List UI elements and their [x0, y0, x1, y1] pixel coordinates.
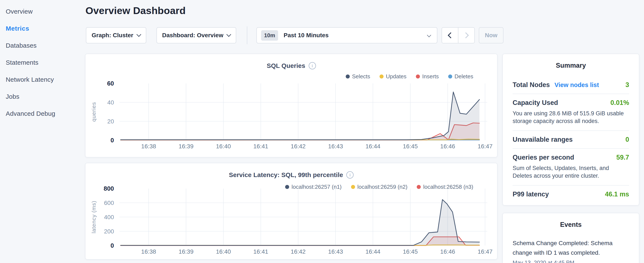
- event-timestamp: May 13, 2020 at 4:45 PM: [512, 259, 629, 263]
- svg-text:60: 60: [107, 80, 114, 87]
- dashboard-dropdown[interactable]: Dashboard: Overview: [156, 27, 236, 43]
- svg-text:200: 200: [104, 228, 114, 235]
- svg-text:latency (ms): latency (ms): [90, 201, 97, 233]
- svg-text:16:45: 16:45: [403, 143, 418, 150]
- svg-text:400: 400: [104, 214, 114, 220]
- dashboard-dropdown-label: Dashboard: Overview: [162, 32, 224, 39]
- sidebar-item-advanced-debug[interactable]: Advanced Debug: [0, 105, 85, 122]
- time-window-badge: 10m: [261, 30, 278, 41]
- sidebar-item-databases[interactable]: Databases: [0, 37, 85, 54]
- svg-text:16:47: 16:47: [478, 248, 492, 255]
- svg-text:16:46: 16:46: [440, 143, 455, 150]
- summary-item-value: 0.01%: [610, 99, 629, 107]
- svg-text:16:38: 16:38: [141, 248, 156, 255]
- svg-text:0: 0: [110, 242, 114, 249]
- sidebar-item-network-latency[interactable]: Network Latency: [0, 71, 85, 88]
- summary-item-unavailable-ranges: Unavailable ranges 0: [512, 131, 629, 149]
- sidebar-item-jobs[interactable]: Jobs: [0, 88, 85, 105]
- legend-item: Inserts: [416, 73, 439, 80]
- svg-text:16:43: 16:43: [328, 143, 343, 150]
- chevron-right-icon: [463, 32, 468, 38]
- prev-interval-button[interactable]: [442, 28, 458, 43]
- chevron-down-icon: [136, 32, 142, 37]
- svg-text:600: 600: [104, 200, 114, 206]
- sidebar-item-statements[interactable]: Statements: [0, 54, 85, 71]
- legend-item-label: Updates: [386, 73, 406, 80]
- summary-item-description: Sum of Selects, Updates, Inserts, and De…: [512, 164, 629, 180]
- svg-text:16:47: 16:47: [478, 143, 492, 150]
- svg-text:16:43: 16:43: [328, 248, 343, 255]
- chart-title: Service Latency: SQL, 99th percentile: [229, 171, 343, 178]
- legend-item-label: Deletes: [454, 73, 473, 80]
- info-icon[interactable]: i: [309, 62, 316, 69]
- svg-text:16:46: 16:46: [440, 248, 455, 255]
- sql-queries-chart: 16:3816:3916:4016:4116:4216:4316:4416:45…: [86, 80, 498, 155]
- svg-text:40: 40: [107, 99, 114, 106]
- chevron-left-icon: [448, 32, 454, 38]
- summary-item-description: You are using 28.6 MiB of 515.9 GiB usab…: [512, 110, 629, 125]
- svg-text:16:40: 16:40: [216, 248, 231, 255]
- sql-queries-legend: SelectsUpdatesInsertsDeletes: [346, 73, 473, 80]
- summary-item-value: 0: [626, 136, 629, 143]
- summary-item-label: Unavailable ranges: [512, 136, 573, 143]
- summary-heading: Summary: [512, 54, 629, 69]
- svg-text:16:42: 16:42: [291, 248, 306, 255]
- sidebar-item-overview[interactable]: Overview: [0, 3, 85, 20]
- svg-text:16:45: 16:45: [403, 248, 418, 255]
- chart-title: SQL Queries: [266, 62, 305, 69]
- summary-item-capacity-used: Capacity Used 0.01% You are using 28.6 M…: [512, 94, 629, 131]
- svg-text:16:41: 16:41: [254, 248, 268, 255]
- summary-item-total-nodes: Total Nodes View nodes list 3: [512, 76, 629, 94]
- svg-text:16:39: 16:39: [178, 248, 194, 255]
- time-step-buttons: [442, 27, 475, 43]
- summary-panel: Summary Total Nodes View nodes list 3 Ca…: [502, 54, 639, 205]
- svg-text:16:39: 16:39: [178, 143, 194, 150]
- sidebar-item-metrics[interactable]: Metrics: [0, 20, 85, 37]
- summary-item-label: Queries per second: [512, 154, 574, 161]
- summary-item-label: Total Nodes: [512, 81, 550, 89]
- svg-text:16:40: 16:40: [216, 143, 231, 150]
- summary-item-label: P99 latency: [512, 190, 549, 198]
- time-range-label: Past 10 Minutes: [284, 32, 329, 39]
- legend-dot-icon: [380, 75, 384, 79]
- legend-dot-icon: [448, 75, 452, 79]
- legend-item-label: Selects: [352, 73, 370, 80]
- next-interval-button[interactable]: [458, 28, 474, 43]
- legend-dot-icon: [346, 75, 350, 79]
- events-heading: Events: [512, 213, 629, 228]
- summary-item-queries-per-second: Queries per second 59.7 Sum of Selects, …: [512, 149, 629, 185]
- svg-text:800: 800: [104, 185, 114, 192]
- events-panel: Events Schema Change Completed: Schema c…: [502, 213, 639, 263]
- summary-item-label: Capacity Used: [512, 99, 558, 107]
- svg-text:queries: queries: [90, 102, 97, 122]
- event-list-item: Schema Change Completed: Schema change w…: [512, 238, 629, 263]
- service-latency-chart-card: Service Latency: SQL, 99th percentile i …: [85, 163, 498, 259]
- graph-nodes-dropdown[interactable]: Graph: Cluster: [86, 27, 146, 43]
- chevron-down-icon: [427, 33, 431, 37]
- summary-item-value: 46.1 ms: [605, 190, 629, 198]
- toolbar-divider: [247, 26, 247, 44]
- sidebar: Overview Metrics Databases Statements Ne…: [0, 0, 85, 122]
- summary-item-p99-latency: P99 latency 46.1 ms: [512, 185, 629, 203]
- summary-item-value: 3: [626, 81, 629, 89]
- time-range-selector[interactable]: 10m Past 10 Minutes: [256, 27, 437, 43]
- info-icon[interactable]: i: [346, 171, 354, 178]
- svg-text:16:42: 16:42: [291, 143, 306, 150]
- toolbar: Graph: Cluster Dashboard: Overview 10m P…: [85, 27, 498, 43]
- chevron-down-icon: [226, 32, 231, 37]
- summary-item-value: 59.7: [616, 154, 629, 161]
- event-text: Schema Change Completed: Schema change w…: [512, 238, 629, 258]
- svg-text:16:38: 16:38: [141, 143, 156, 150]
- service-latency-chart: 16:3816:3916:4016:4116:4216:4316:4416:45…: [86, 184, 498, 260]
- legend-dot-icon: [416, 75, 420, 79]
- legend-item: Updates: [380, 73, 406, 80]
- svg-text:16:41: 16:41: [254, 143, 268, 150]
- svg-text:16:44: 16:44: [366, 143, 380, 150]
- legend-item-label: Inserts: [422, 73, 439, 80]
- legend-item: Deletes: [448, 73, 473, 80]
- svg-text:0: 0: [110, 137, 114, 144]
- legend-item: Selects: [346, 73, 370, 80]
- graph-dropdown-label: Graph: Cluster: [92, 32, 133, 39]
- view-nodes-list-link[interactable]: View nodes list: [554, 82, 599, 89]
- now-button[interactable]: Now: [479, 27, 504, 43]
